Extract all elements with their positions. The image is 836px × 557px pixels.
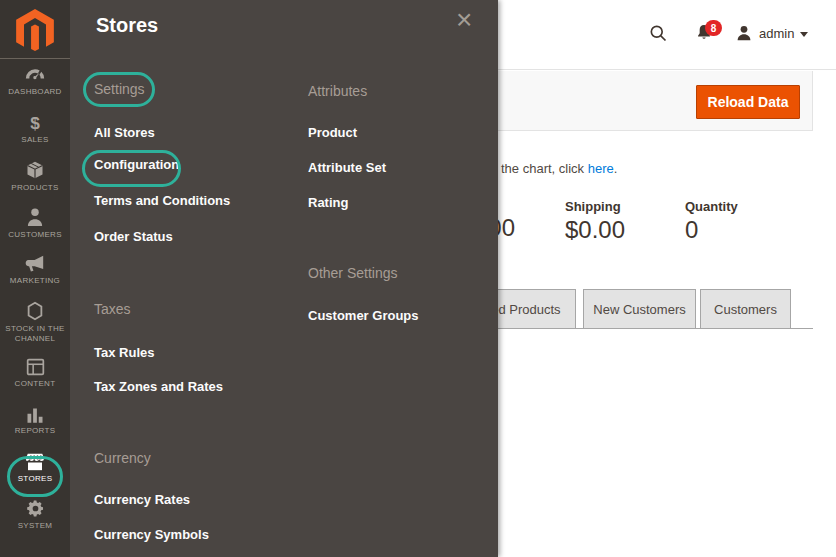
menu-item-customer-groups[interactable]: Customer Groups	[308, 308, 419, 323]
magento-logo[interactable]	[0, 0, 70, 59]
stat-value: $0.00	[565, 216, 625, 244]
menu-item-currency-rates[interactable]: Currency Rates	[94, 492, 190, 507]
sidebar-item-dashboard[interactable]: DASHBOARD	[0, 59, 70, 106]
menu-item-currency-symbols[interactable]: Currency Symbols	[94, 527, 209, 542]
section-header-settings: Settings	[94, 81, 145, 97]
close-icon[interactable]: ×	[456, 6, 472, 34]
sidebar-item-sales[interactable]: $ SALES	[0, 106, 70, 153]
svg-text:$: $	[30, 114, 40, 132]
stat-quantity: Quantity 0	[685, 199, 738, 244]
sales-icon: $	[25, 114, 45, 132]
section-header-other-settings: Other Settings	[308, 265, 398, 281]
menu-item-attribute-set[interactable]: Attribute Set	[308, 160, 386, 175]
menu-item-rating[interactable]: Rating	[308, 195, 348, 210]
user-icon	[735, 24, 753, 42]
menu-title: Stores	[96, 14, 158, 37]
sidebar-item-stock-in-the-channel[interactable]: STOCK IN THE CHANNEL	[0, 294, 70, 350]
menu-item-order-status[interactable]: Order Status	[94, 229, 173, 244]
chevron-down-icon	[800, 32, 808, 37]
customers-icon	[26, 207, 44, 227]
tab-new-customers[interactable]: New Customers	[583, 289, 696, 329]
menu-item-tax-zones-and-rates[interactable]: Tax Zones and Rates	[94, 379, 223, 394]
stat-label: Shipping	[565, 199, 625, 214]
menu-item-all-stores[interactable]: All Stores	[94, 125, 155, 140]
stores-icon	[25, 452, 45, 471]
content-icon	[26, 358, 45, 376]
admin-user-menu[interactable]: admin	[735, 24, 808, 42]
stores-flyout-menu: Stores × Settings All Stores Configurati…	[70, 0, 498, 557]
sidebar-item-stores[interactable]: STORES	[0, 444, 70, 491]
search-icon[interactable]	[648, 23, 668, 47]
menu-item-configuration[interactable]: Configuration	[94, 157, 179, 172]
chart-enable-link[interactable]: here	[588, 161, 614, 176]
menu-item-terms-and-conditions[interactable]: Terms and Conditions	[94, 193, 230, 208]
menu-item-product[interactable]: Product	[308, 125, 357, 140]
notification-count-badge[interactable]: 8	[705, 20, 722, 36]
sidebar-item-system[interactable]: SYSTEM	[0, 491, 70, 538]
section-header-attributes: Attributes	[308, 83, 367, 99]
sidebar-item-products[interactable]: PRODUCTS	[0, 153, 70, 200]
username-label: admin	[759, 26, 794, 41]
stat-value: 0	[685, 216, 738, 244]
stat-shipping: Shipping $0.00	[565, 199, 625, 244]
section-header-currency: Currency	[94, 450, 151, 466]
section-header-taxes: Taxes	[94, 301, 131, 317]
reports-icon	[26, 406, 44, 423]
marketing-icon	[25, 255, 45, 273]
stat-label: Quantity	[685, 199, 738, 214]
sidebar-item-content[interactable]: CONTENT	[0, 350, 70, 397]
admin-sidebar: DASHBOARD $ SALES PRODUCTS CUSTOMERS MAR…	[0, 0, 70, 557]
sidebar-item-customers[interactable]: CUSTOMERS	[0, 200, 70, 247]
menu-item-tax-rules[interactable]: Tax Rules	[94, 345, 154, 360]
system-icon	[26, 499, 45, 518]
reload-data-button[interactable]: Reload Data	[696, 85, 800, 119]
tab-customers[interactable]: Customers	[700, 289, 791, 329]
magento-admin-screen: 8 admin Reload Data To enable the chart,…	[0, 0, 836, 557]
products-icon	[25, 160, 45, 180]
sidebar-item-reports[interactable]: REPORTS	[0, 397, 70, 444]
sidebar-item-marketing[interactable]: MARKETING	[0, 247, 70, 294]
stock-icon	[26, 301, 44, 321]
dashboard-icon	[25, 68, 45, 84]
